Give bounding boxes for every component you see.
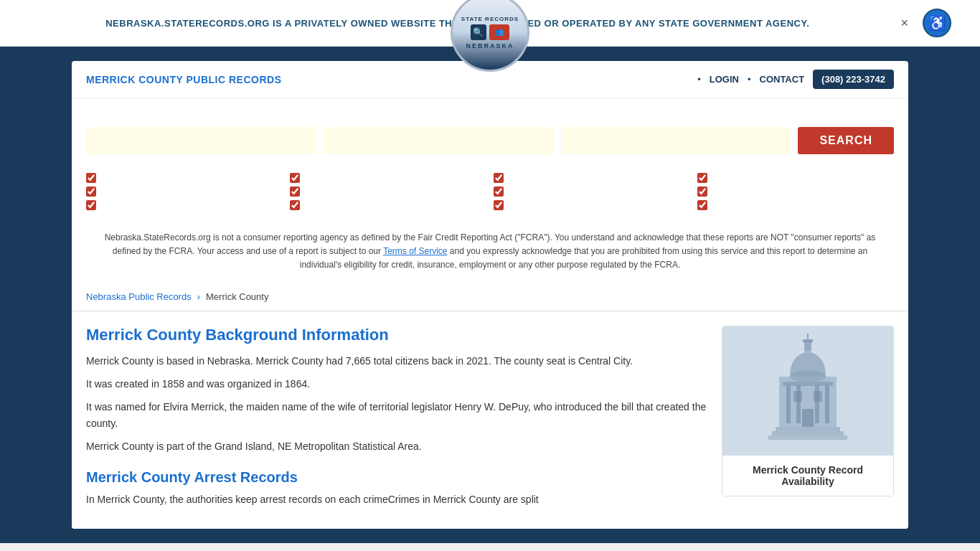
checkbox-label: Unclaimed Assets xyxy=(508,199,582,210)
page-wrapper: MERRICK COUNTY PUBLIC RECORDS STATE RECO… xyxy=(0,47,980,543)
first-name-input[interactable] xyxy=(86,127,316,154)
last-name-group: Last Name:* xyxy=(324,113,554,154)
checkbox-input[interactable] xyxy=(494,187,504,197)
main-card: MERRICK COUNTY PUBLIC RECORDS STATE RECO… xyxy=(72,61,908,529)
login-link[interactable]: LOGIN xyxy=(710,74,739,85)
para1: Merrick County is based in Nebraska. Mer… xyxy=(86,353,707,369)
main-heading: Merrick County Background Information xyxy=(86,326,707,344)
contact-link[interactable]: CONTACT xyxy=(760,74,805,85)
checkbox-input[interactable] xyxy=(86,200,96,210)
search-section: First Name:* Last Name:* City: SEARCH Ar… xyxy=(72,98,908,283)
svg-rect-5 xyxy=(786,384,791,423)
breadcrumb: Nebraska Public Records › Merrick County xyxy=(72,283,908,311)
svg-rect-15 xyxy=(802,409,814,427)
svg-rect-7 xyxy=(815,384,819,423)
list-item: Traffic Violations xyxy=(290,199,486,210)
svg-rect-12 xyxy=(768,435,847,440)
header: MERRICK COUNTY PUBLIC RECORDS STATE RECO… xyxy=(72,61,908,98)
checkbox-label: Business Ownership xyxy=(508,186,593,197)
checkbox-input[interactable] xyxy=(290,173,300,183)
first-name-label: First Name:* xyxy=(86,113,316,123)
checkbox-label: Registered Licenses xyxy=(712,186,796,197)
para3: It was named for Elvira Merrick, the mai… xyxy=(86,399,707,431)
list-item: Property Records xyxy=(494,172,690,183)
last-name-input[interactable] xyxy=(324,127,554,154)
header-nav: • LOGIN • CONTACT (308) 223-3742 xyxy=(697,70,894,89)
checkbox-input[interactable] xyxy=(697,173,707,183)
list-item: Contact Details xyxy=(697,199,894,210)
list-item: Vital Records xyxy=(697,172,894,183)
content-sidebar: Merrick County Record Availability xyxy=(722,326,894,514)
building-illustration xyxy=(743,334,872,448)
content-area: Merrick County Background Information Me… xyxy=(72,311,908,529)
svg-rect-8 xyxy=(825,384,829,423)
checkbox-input[interactable] xyxy=(290,200,300,210)
list-item: Business Ownership xyxy=(494,186,690,197)
breadcrumb-separator: › xyxy=(197,291,200,302)
city-input[interactable] xyxy=(561,127,791,154)
logo-container: STATE RECORDS 🔍 👥 NEBRASKA xyxy=(451,61,529,72)
svg-rect-10 xyxy=(776,427,840,431)
list-item: Arrest Records xyxy=(86,172,283,183)
last-name-label: Last Name:* xyxy=(324,113,554,123)
sidebar-card: Merrick County Record Availability xyxy=(722,326,894,496)
close-icon[interactable]: × xyxy=(900,16,908,31)
checkbox-input[interactable] xyxy=(697,187,707,197)
breadcrumb-current: Merrick County xyxy=(206,291,268,302)
content-main: Merrick County Background Information Me… xyxy=(86,326,707,514)
list-item: Liens & Judgments xyxy=(290,186,486,197)
svg-rect-2 xyxy=(803,339,813,342)
list-item: Unclaimed Assets xyxy=(494,199,690,210)
svg-rect-1 xyxy=(804,341,811,352)
svg-rect-9 xyxy=(783,382,833,386)
para4: Merrick County is part of the Grand Isla… xyxy=(86,438,707,454)
phone-button[interactable]: (308) 223-3742 xyxy=(813,70,894,89)
svg-rect-13 xyxy=(793,391,802,402)
svg-rect-6 xyxy=(796,384,801,423)
arrest-para: In Merrick County, the authorities keep … xyxy=(86,491,707,507)
list-item: Registered Licenses xyxy=(697,186,894,197)
accessibility-icon: ♿ xyxy=(928,14,946,32)
checkbox-label: Criminal Records xyxy=(100,186,172,197)
para2: It was created in 1858 and was organized… xyxy=(86,376,707,392)
city-group: City: xyxy=(561,113,791,154)
checkbox-input[interactable] xyxy=(290,187,300,197)
disclaimer: Nebraska.StateRecords.org is not a consu… xyxy=(86,221,894,283)
accessibility-button[interactable]: ♿ xyxy=(923,9,951,37)
nav-dot2: • xyxy=(748,74,751,85)
checkbox-label: Bankruptcies xyxy=(304,172,358,183)
checkbox-label: Property Records xyxy=(508,172,580,183)
city-label: City: xyxy=(561,113,791,123)
search-button[interactable]: SEARCH xyxy=(798,127,894,154)
checkbox-label: Liens & Judgments xyxy=(304,186,384,197)
sidebar-card-title: Merrick County Record Availability xyxy=(722,456,893,496)
list-item: Bankruptcies xyxy=(290,172,486,183)
checkbox-label: Vital Records xyxy=(712,172,767,183)
site-title: MERRICK COUNTY PUBLIC RECORDS xyxy=(86,74,281,85)
sidebar-card-image xyxy=(722,326,893,456)
nav-dot1: • xyxy=(697,74,701,85)
checkbox-input[interactable] xyxy=(494,200,504,210)
first-name-group: First Name:* xyxy=(86,113,316,154)
list-item: Jail & Inmate Records xyxy=(86,199,283,210)
svg-rect-14 xyxy=(814,391,822,402)
search-fields: First Name:* Last Name:* City: SEARCH xyxy=(86,113,894,154)
list-item: Criminal Records xyxy=(86,186,283,197)
checkbox-label: Jail & Inmate Records xyxy=(100,199,192,210)
checkbox-label: Contact Details xyxy=(712,199,775,210)
site-logo: STATE RECORDS 🔍 👥 NEBRASKA xyxy=(451,61,529,72)
checkbox-input[interactable] xyxy=(494,173,504,183)
checkbox-input[interactable] xyxy=(86,173,96,183)
checkbox-input[interactable] xyxy=(86,187,96,197)
checkbox-label: Traffic Violations xyxy=(304,199,372,210)
checkboxes-section: Arrest RecordsBankruptciesProperty Recor… xyxy=(86,165,894,221)
checkbox-label: Arrest Records xyxy=(100,172,163,183)
breadcrumb-link[interactable]: Nebraska Public Records xyxy=(86,291,192,302)
svg-rect-11 xyxy=(772,431,844,435)
arrest-heading: Merrick County Arrest Records xyxy=(86,469,707,486)
terms-link[interactable]: Terms of Service xyxy=(383,246,447,256)
checkbox-input[interactable] xyxy=(697,200,707,210)
